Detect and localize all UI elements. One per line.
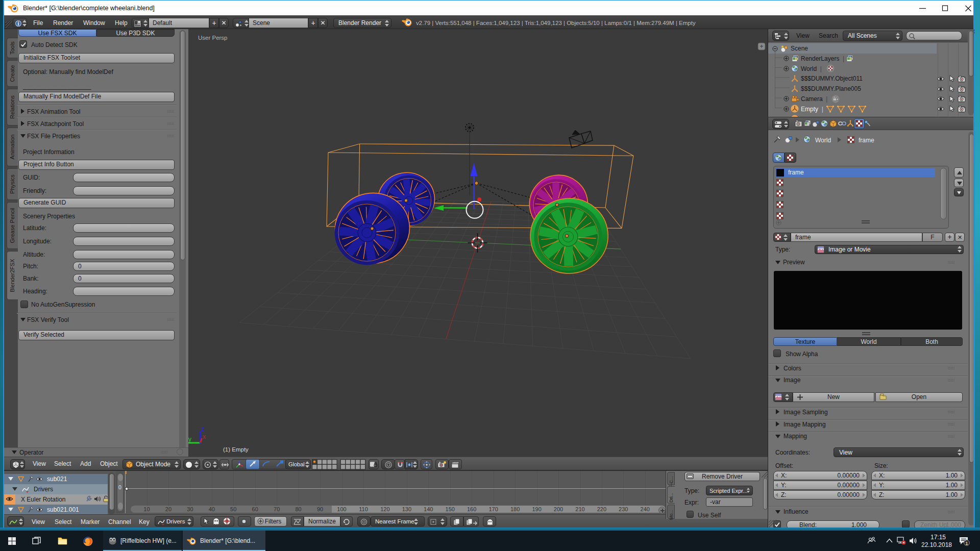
svg-text:i: i bbox=[18, 20, 19, 26]
svg-text:Blender2FSX: Blender2FSX bbox=[9, 259, 15, 292]
svg-text:z: z bbox=[202, 425, 205, 433]
svg-text:Create: Create bbox=[9, 65, 15, 82]
svg-text:Animation: Animation bbox=[9, 135, 15, 160]
svg-text:Physics: Physics bbox=[9, 174, 15, 194]
svg-text:Relations: Relations bbox=[9, 95, 15, 119]
svg-text:1: 1 bbox=[965, 540, 968, 546]
svg-text:y: y bbox=[188, 436, 191, 443]
svg-text:User Persp: User Persp bbox=[198, 35, 228, 41]
svg-text:+: + bbox=[760, 43, 763, 50]
svg-text:x: x bbox=[203, 433, 206, 440]
svg-text:Grease Pencil: Grease Pencil bbox=[9, 208, 15, 243]
svg-text:Tools: Tools bbox=[9, 41, 15, 55]
svg-text:(1) Empty: (1) Empty bbox=[223, 446, 249, 453]
